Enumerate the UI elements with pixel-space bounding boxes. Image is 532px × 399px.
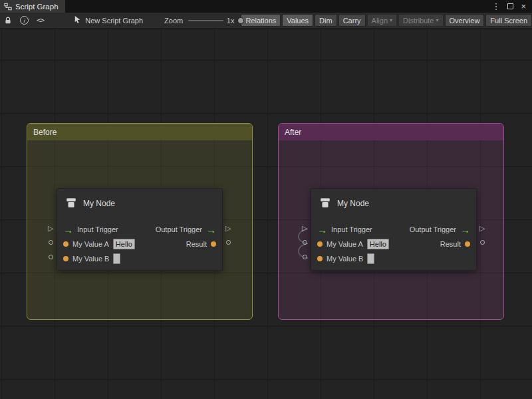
window-controls: ⋮ × — [491, 0, 532, 13]
node-body[interactable]: My Node → Input Trigger Output Trigger →… — [311, 188, 477, 271]
zoom-value: 1x — [227, 17, 235, 25]
value-b-row: My Value B — [311, 251, 476, 266]
node-body[interactable]: My Node → Input Trigger Output Trigger →… — [57, 188, 223, 271]
group-before-header[interactable]: Before — [27, 124, 252, 140]
result-dot-icon — [465, 241, 470, 247]
value-b-field[interactable] — [367, 253, 374, 264]
info-icon[interactable]: i — [16, 13, 33, 28]
chevron-down-icon: ▾ — [436, 18, 439, 23]
value-b-row: My Value B — [57, 251, 222, 266]
graph-toolbar: i <> New Script Graph Zoom 1x Relations … — [0, 13, 532, 29]
graph-pointer-icon — [73, 15, 81, 25]
flow-out-icon: → — [206, 225, 216, 235]
kebab-menu-icon[interactable]: ⋮ — [491, 2, 500, 11]
result-dot-icon — [211, 241, 216, 247]
flow-in-icon: → — [63, 225, 73, 235]
toolbar-buttons: Relations Values Dim Carry Align ▾ Distr… — [241, 14, 532, 27]
value-a-field[interactable]: Hello — [367, 239, 389, 249]
my-value-b-label: My Value B — [72, 255, 109, 263]
output-trigger-label: Output Trigger — [156, 225, 202, 233]
zoom-slider-track — [188, 20, 223, 21]
fullscreen-button[interactable]: Full Screen — [485, 14, 532, 27]
script-graph-icon — [4, 3, 12, 11]
trigger-row: → Input Trigger Output Trigger → — [57, 222, 222, 237]
group-before-label: Before — [33, 128, 57, 137]
value-b-dot-icon — [317, 256, 323, 261]
distribute-button[interactable]: Distribute ▾ — [398, 14, 443, 27]
tab-bar: Script Graph ⋮ × — [0, 0, 532, 13]
value-b-dot-icon — [63, 256, 68, 261]
values-button[interactable]: Values — [282, 14, 313, 27]
node-my-node-after[interactable]: ▷ ▷ My Node → I — [301, 188, 487, 271]
unit-icon — [65, 197, 77, 211]
tab-script-graph[interactable]: Script Graph — [0, 0, 65, 13]
node-title: My Node — [83, 199, 115, 208]
my-value-a-label: My Value A — [327, 240, 363, 248]
value-a-row: My Value A Hello Result — [311, 237, 476, 251]
zoom-slider[interactable] — [188, 13, 223, 29]
group-after-label: After — [285, 128, 301, 137]
overview-button[interactable]: Overview — [445, 14, 485, 27]
control-output-port[interactable]: ▷ — [479, 225, 485, 232]
value-b-field[interactable] — [113, 253, 120, 264]
graph-name-label: New Script Graph — [85, 17, 143, 25]
carry-button[interactable]: Carry — [338, 14, 366, 27]
input-trigger-label: Input Trigger — [77, 225, 118, 233]
node-rows: → Input Trigger Output Trigger → My Valu… — [311, 218, 476, 266]
node-header[interactable]: My Node — [57, 189, 222, 218]
control-input-port[interactable]: ▷ — [48, 225, 53, 232]
control-input-port[interactable]: ▷ — [302, 225, 307, 232]
value-a-port[interactable] — [303, 240, 307, 245]
value-b-port[interactable] — [49, 255, 53, 259]
value-a-port[interactable] — [49, 240, 53, 245]
maximize-icon[interactable] — [507, 3, 513, 9]
code-view-icon[interactable]: <> — [33, 13, 48, 28]
lock-icon[interactable] — [0, 13, 16, 28]
dim-button[interactable]: Dim — [315, 14, 337, 27]
result-label: Result — [440, 240, 461, 248]
my-value-a-label: My Value A — [72, 240, 109, 248]
unit-icon — [319, 197, 331, 211]
value-a-row: My Value A Hello Result — [57, 237, 222, 251]
unity-graph-window: Script Graph ⋮ × i <> New S — [0, 0, 532, 399]
align-button[interactable]: Align ▾ — [367, 14, 397, 27]
zoom-label: Zoom — [164, 17, 183, 25]
group-after-header[interactable]: After — [279, 124, 503, 140]
result-port[interactable] — [480, 240, 485, 245]
value-a-field[interactable]: Hello — [113, 239, 135, 249]
node-title: My Node — [337, 199, 369, 208]
relations-button[interactable]: Relations — [241, 14, 281, 27]
input-trigger-label: Input Trigger — [331, 225, 372, 233]
result-port[interactable] — [226, 240, 231, 245]
zoom-slider-handle[interactable] — [237, 17, 244, 24]
graph-canvas[interactable]: Before After ▷ ▷ — [0, 29, 532, 399]
value-a-dot-icon — [317, 241, 323, 247]
node-rows: → Input Trigger Output Trigger → My Valu… — [57, 218, 222, 266]
my-value-b-label: My Value B — [327, 255, 363, 263]
control-output-port[interactable]: ▷ — [225, 225, 231, 232]
result-label: Result — [186, 240, 207, 248]
node-header[interactable]: My Node — [311, 189, 476, 218]
close-icon[interactable]: × — [521, 2, 526, 11]
tab-title: Script Graph — [15, 3, 59, 11]
flow-out-icon: → — [460, 225, 470, 235]
value-a-dot-icon — [63, 241, 68, 247]
graph-name-button[interactable]: New Script Graph — [73, 15, 143, 25]
node-my-node-before[interactable]: ▷ ▷ My Node → I — [47, 188, 233, 271]
value-b-port[interactable] — [303, 255, 307, 259]
flow-in-icon: → — [317, 225, 327, 235]
chevron-down-icon: ▾ — [390, 18, 392, 23]
trigger-row: → Input Trigger Output Trigger → — [311, 222, 476, 237]
output-trigger-label: Output Trigger — [410, 225, 456, 233]
